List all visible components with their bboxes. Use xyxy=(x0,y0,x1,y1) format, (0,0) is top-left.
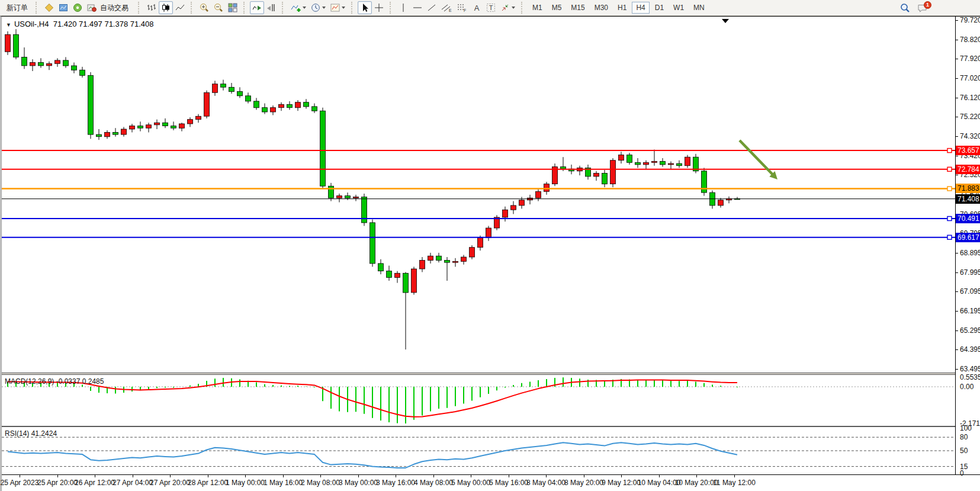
chevron-down-icon xyxy=(512,7,515,9)
price-line-label: 72.784 xyxy=(956,165,980,174)
price-tick-mark xyxy=(956,20,958,21)
periods-button[interactable] xyxy=(309,1,328,14)
price-tick-mark xyxy=(956,78,958,79)
price-tick-label: 63.495 xyxy=(960,365,980,373)
candlestick-chart[interactable] xyxy=(2,17,955,373)
auto-scroll-icon[interactable] xyxy=(250,1,264,14)
timeframe-toolbar: M1M5M15M30H1H4D1W1MN xyxy=(528,2,709,14)
timeframe-button-m15[interactable]: M15 xyxy=(567,2,589,14)
time-tick-label: 26 Apr 12:00 xyxy=(75,479,115,487)
bar-chart-icon[interactable] xyxy=(144,1,159,14)
toolbar-separator xyxy=(282,2,286,14)
data-window-icon[interactable] xyxy=(56,1,70,14)
toolbar-separator xyxy=(36,2,40,14)
rsi-tick-label: 100 xyxy=(960,424,972,432)
new-order-button[interactable]: 新订单 xyxy=(2,1,32,14)
price-tick-label: 68.895 xyxy=(960,249,980,257)
price-chart-pane[interactable]: ▼USOil-,H4 71.420 71.497 71.378 71.408 xyxy=(2,17,955,373)
timeframe-button-m5[interactable]: M5 xyxy=(548,2,566,14)
cursor-tool[interactable] xyxy=(358,1,372,14)
price-line-label: 73.657 xyxy=(956,146,980,155)
time-tick-label: 9 May 12:00 xyxy=(602,479,641,487)
notifications-icon[interactable]: 1 xyxy=(915,2,930,15)
time-tick-label: 27 Apr 04:00 xyxy=(113,479,153,487)
time-tick-mark xyxy=(734,475,735,477)
timeframe-button-h1[interactable]: H1 xyxy=(613,2,631,14)
candlestick-chart-icon[interactable] xyxy=(159,1,173,14)
timeframe-button-mn[interactable]: MN xyxy=(689,2,709,14)
timeframe-button-m30[interactable]: M30 xyxy=(590,2,612,14)
chart-shift-icon[interactable] xyxy=(264,1,278,14)
rsi-tick-label: 80 xyxy=(960,433,968,441)
price-tick-mark xyxy=(956,98,958,98)
zoom-out-icon[interactable] xyxy=(211,1,226,14)
trendline-tool[interactable] xyxy=(425,1,439,14)
time-tick-mark xyxy=(471,475,471,477)
timeframe-button-w1[interactable]: W1 xyxy=(669,2,688,14)
text-tool[interactable]: A xyxy=(470,1,484,14)
search-icon[interactable] xyxy=(898,2,912,15)
fibonacci-tool[interactable]: F xyxy=(454,1,470,14)
time-tick-mark xyxy=(621,475,622,477)
crosshair-tool[interactable] xyxy=(372,1,386,14)
price-axis[interactable]: 79.72078.82077.92077.02076.12075.22074.3… xyxy=(955,17,980,474)
metaeditor-icon[interactable] xyxy=(42,1,56,14)
time-tick-mark xyxy=(283,475,284,477)
price-tick-label: 77.920 xyxy=(960,54,980,63)
time-tick-label: 5 May 00:00 xyxy=(451,479,490,487)
timeframe-button-h4[interactable]: H4 xyxy=(632,2,649,14)
timeframe-button-m1[interactable]: M1 xyxy=(528,2,547,14)
text-label-tool[interactable]: T xyxy=(484,1,498,14)
line-chart-icon[interactable] xyxy=(173,1,187,14)
price-tick-label: 78.820 xyxy=(960,36,980,44)
price-tick-mark xyxy=(956,117,958,117)
notification-badge: 1 xyxy=(924,1,931,9)
toolbar-separator xyxy=(351,2,355,14)
rsi-pane[interactable]: RSI(14) 41.2424 xyxy=(2,427,955,474)
time-tick-mark xyxy=(208,475,208,477)
price-tick-label: 66.195 xyxy=(960,307,980,315)
navigator-icon[interactable] xyxy=(70,1,85,14)
price-tick-mark xyxy=(956,330,958,331)
time-tick-label: 10 May 04:00 xyxy=(638,479,681,487)
price-line-label: 71.883 xyxy=(956,184,980,193)
macd-pane[interactable]: MACD(12,26,9) -0.0337 0.2485 xyxy=(2,375,955,426)
time-tick-label: 10 May 20:00 xyxy=(675,479,718,487)
chart-title-text: USOil-,H4 71.420 71.497 71.378 71.408 xyxy=(14,20,154,28)
time-tick-label: 28 Apr 12:00 xyxy=(188,479,228,487)
chart-title-dropdown-icon[interactable]: ▼ xyxy=(6,22,11,28)
rsi-chart[interactable] xyxy=(2,427,955,474)
chevron-down-icon xyxy=(342,7,345,9)
price-tick-mark xyxy=(956,136,958,137)
chevron-down-icon xyxy=(322,7,326,9)
price-tick-label: 67.995 xyxy=(960,268,980,277)
toolbar-separator xyxy=(390,2,394,14)
macd-chart[interactable] xyxy=(2,375,955,426)
chart-title: ▼USOil-,H4 71.420 71.497 71.378 71.408 xyxy=(6,20,154,28)
price-tick-mark xyxy=(956,272,958,273)
arrows-tool[interactable] xyxy=(498,1,518,14)
time-axis[interactable]: 25 Apr 202325 Apr 20:0026 Apr 12:0027 Ap… xyxy=(2,474,980,491)
autotrading-button[interactable]: 自动交易 xyxy=(85,1,134,14)
horizontal-line-tool[interactable] xyxy=(410,1,425,14)
tile-windows-icon[interactable] xyxy=(226,1,240,14)
time-tick-label: 2 May 08:00 xyxy=(301,479,340,487)
rsi-tick-label: 50 xyxy=(960,447,968,455)
svg-text:A: A xyxy=(474,4,480,12)
price-tick-label: 67.095 xyxy=(960,287,980,296)
price-tick-mark xyxy=(956,369,958,370)
templates-button[interactable] xyxy=(328,1,348,14)
add-indicator-button[interactable] xyxy=(288,1,309,14)
macd-label: MACD(12,26,9) -0.0337 0.2485 xyxy=(5,377,104,386)
zoom-in-icon[interactable] xyxy=(197,1,211,14)
price-tick-mark xyxy=(956,311,958,312)
mt4-window: 新订单 自动交易 xyxy=(0,0,980,491)
time-tick-mark xyxy=(133,475,133,477)
price-tick-label: 74.320 xyxy=(960,132,980,140)
vertical-line-tool[interactable] xyxy=(396,1,410,14)
chart-window: ▼USOil-,H4 71.420 71.497 71.378 71.408 M… xyxy=(0,16,980,491)
timeframe-button-d1[interactable]: D1 xyxy=(651,2,668,14)
time-tick-mark xyxy=(584,475,584,477)
equidistant-channel-tool[interactable]: E xyxy=(439,1,454,14)
toolbar-separator xyxy=(243,2,248,14)
